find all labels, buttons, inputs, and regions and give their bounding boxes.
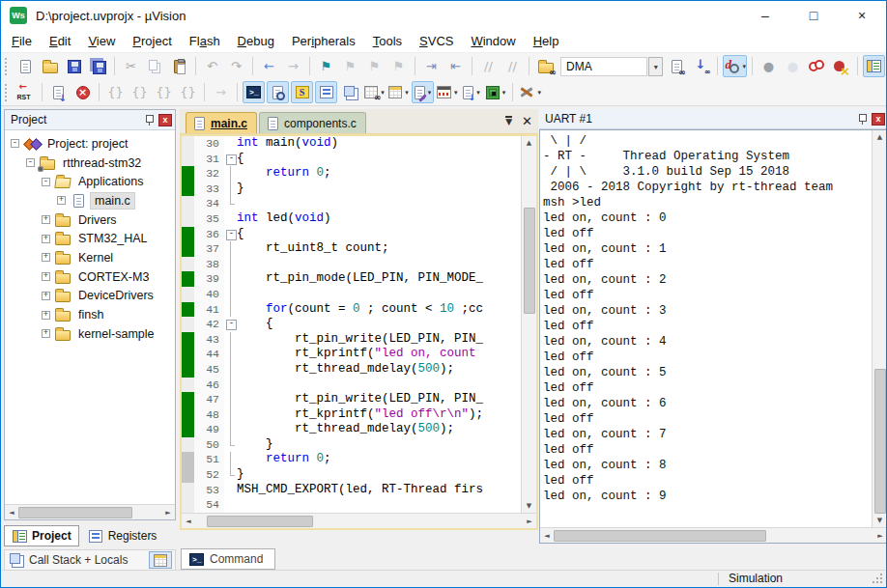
menu-window[interactable]: Window (462, 34, 524, 48)
tree-expander[interactable]: + (42, 215, 50, 224)
menu-help[interactable]: Help (525, 34, 568, 48)
toolbox-button[interactable]: ▾ (518, 81, 543, 103)
scroll-right-icon[interactable]: ► (161, 506, 175, 519)
tree-item-kernel[interactable]: +Kernel (5, 248, 175, 267)
step-out-button[interactable]: {} (153, 81, 175, 103)
pin-icon[interactable] (857, 113, 868, 126)
call-stack-window-button[interactable] (339, 81, 361, 103)
search-box[interactable]: DMA (560, 57, 647, 76)
command-tab[interactable]: Command (181, 548, 275, 570)
cut-button[interactable]: ✂ (120, 55, 142, 77)
tree-item-drivers[interactable]: +Drivers (5, 210, 175, 230)
analysis-window-button[interactable]: ▾ (436, 81, 459, 103)
tree-expander[interactable]: - (26, 158, 35, 167)
lookup-word-button[interactable]: ▾ (723, 55, 747, 77)
scroll-down-icon[interactable]: ▼ (873, 514, 887, 527)
memory-window-button[interactable]: ▾ (387, 81, 410, 103)
tree-item-project-project[interactable]: -Project: project (5, 134, 175, 154)
search-dropdown[interactable]: ▾ (648, 57, 663, 76)
tree-item-stm32-hal[interactable]: +STM32_HAL (5, 229, 175, 248)
menu-project[interactable]: Project (124, 34, 180, 48)
fold-margin[interactable] (224, 152, 237, 167)
reset-cpu-button[interactable] (14, 81, 37, 103)
open-file-button[interactable] (39, 55, 61, 77)
fold-margin[interactable] (224, 317, 237, 332)
close-document-icon[interactable]: ✕ (522, 114, 532, 128)
find-in-files-button[interactable] (534, 55, 557, 77)
scrollbar-thumb[interactable] (18, 507, 132, 518)
menu-view[interactable]: View (79, 34, 124, 48)
find-text-button[interactable] (666, 55, 688, 77)
stop-button[interactable] (72, 81, 94, 103)
registers-window-button[interactable] (315, 81, 337, 103)
scroll-up-icon[interactable]: ▲ (873, 130, 887, 144)
step-into-button[interactable]: {} (104, 81, 127, 103)
navigate-forward-button[interactable]: → (282, 55, 304, 77)
outdent-button[interactable]: ⇤ (444, 55, 467, 77)
close-panel-button[interactable]: x (872, 113, 885, 126)
tree-expander[interactable]: + (42, 235, 50, 243)
undo-button[interactable]: ↶ (201, 55, 223, 77)
tree-item-applications[interactable]: -Applications (5, 172, 175, 191)
scrollbar-thumb[interactable] (874, 369, 886, 514)
tree-expander[interactable]: + (42, 292, 50, 300)
tree-item-cortex-m3[interactable]: +CORTEX-M3 (5, 267, 175, 287)
toolbar-grip[interactable] (5, 58, 10, 75)
watch-window-button[interactable]: ▾ (363, 81, 386, 103)
scroll-left-icon[interactable]: ◄ (182, 515, 195, 528)
project-windows-button[interactable] (863, 55, 885, 77)
maximize-button[interactable]: □ (789, 1, 838, 30)
editor-hscrollbar[interactable]: ◄ ► (182, 513, 536, 528)
toolbar-grip[interactable] (5, 84, 10, 101)
scroll-right-icon[interactable]: ► (873, 529, 887, 543)
tree-item-devicedrivers[interactable]: +DeviceDrivers (5, 287, 175, 306)
show-next-statement-button[interactable]: → (210, 81, 232, 103)
tab-list-dropdown-icon[interactable]: ▼ (505, 116, 512, 126)
menu-tools[interactable]: Tools (364, 34, 411, 48)
run-to-cursor-button[interactable]: {} (177, 81, 199, 103)
close-button[interactable]: × (838, 1, 886, 30)
minimize-button[interactable]: – (741, 1, 789, 30)
uart-hscrollbar[interactable]: ◄ ► (540, 527, 887, 543)
menu-file[interactable]: File (3, 34, 41, 48)
clear-bookmarks-button[interactable]: ⚑ (387, 55, 410, 77)
system-viewer-button[interactable]: ▾ (485, 81, 507, 103)
scroll-left-icon[interactable]: ◄ (540, 529, 554, 543)
uncomment-selection-button[interactable]: // (501, 55, 524, 77)
scrollbar-thumb[interactable] (207, 516, 313, 527)
disassembly-window-button[interactable] (267, 81, 289, 103)
enable-breakpoint-button[interactable]: ● (782, 55, 804, 77)
symbol-window-button[interactable] (291, 81, 313, 103)
tab-registers[interactable]: Registers (81, 525, 164, 546)
paste-button[interactable] (168, 55, 190, 77)
scroll-right-icon[interactable]: ► (523, 515, 536, 528)
editor-tab-components-c[interactable]: components.c (259, 112, 366, 133)
copy-button[interactable] (144, 55, 166, 77)
memory-window-button[interactable] (149, 551, 172, 569)
menu-peripherals[interactable]: Peripherals (283, 34, 364, 48)
code-view[interactable]: 30int main(void)31{32 return 0;33}3435in… (182, 136, 521, 513)
uart-vscrollbar[interactable]: ▲ ▼ (872, 130, 887, 527)
scroll-down-icon[interactable]: ▼ (523, 499, 536, 513)
menu-edit[interactable]: Edit (41, 34, 79, 48)
prev-bookmark-button[interactable]: ⚑ (339, 55, 361, 77)
uart-text[interactable]: \ | /- RT - Thread Operating System / | … (540, 130, 872, 527)
toggle-bookmark-button[interactable]: ⚑ (315, 55, 337, 77)
pin-icon[interactable] (144, 114, 155, 126)
tree-expander[interactable]: - (42, 178, 50, 186)
step-over-button[interactable]: {} (129, 81, 151, 103)
editor-tab-main-c[interactable]: main.c (186, 112, 257, 133)
tree-item-main-c[interactable]: +main.c (5, 191, 175, 210)
tree-expander[interactable]: + (57, 196, 66, 205)
kill-all-breakpoints-button[interactable] (830, 55, 852, 77)
callstack-bar[interactable]: Call Stack + Locals (4, 549, 176, 571)
tree-expander[interactable]: + (42, 253, 50, 262)
save-all-button[interactable] (87, 55, 109, 77)
tree-expander[interactable]: + (42, 311, 50, 320)
menu-svcs[interactable]: SVCS (411, 34, 462, 48)
tree-expander[interactable]: + (42, 272, 50, 281)
close-panel-button[interactable]: x (158, 114, 172, 126)
redo-button[interactable]: ↷ (225, 55, 247, 77)
new-file-button[interactable] (14, 55, 37, 77)
tree-expander[interactable]: - (11, 139, 19, 148)
